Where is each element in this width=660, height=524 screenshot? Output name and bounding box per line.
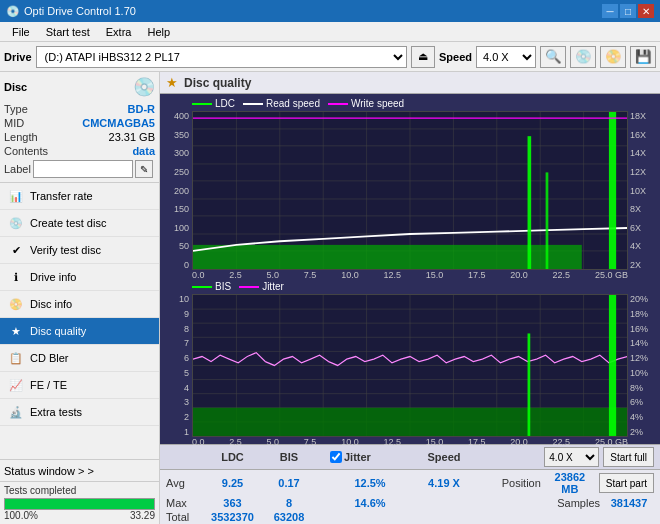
legend-bis-label: BIS [215,281,231,292]
max-jitter: 14.6% [330,497,410,509]
create-test-disc-icon: 💿 [8,215,24,231]
stats-panel: LDC BIS Jitter Speed 4.0 X Start full Av… [160,444,660,524]
avg-label: Avg [166,477,201,489]
minimize-button[interactable]: ─ [602,4,618,18]
chart1-svg [193,112,627,269]
maximize-button[interactable]: □ [620,4,636,18]
avg-jitter: 12.5% [330,477,410,489]
progress-right-val: 33.29 [130,510,155,521]
svg-rect-41 [609,295,616,436]
app-title: Opti Drive Control 1.70 [24,5,136,17]
disc-section-title: Disc [4,81,27,93]
speed-select-stats[interactable]: 4.0 X [544,447,599,467]
nav-create-test-disc[interactable]: 💿 Create test disc [0,210,159,237]
contents-label: Contents [4,145,48,157]
scan-button[interactable]: 🔍 [540,46,566,68]
disc-button[interactable]: 💿 [570,46,596,68]
speed-header: Speed [414,451,474,463]
legend-read-speed: Read speed [243,98,320,109]
nav-label-disc-info: Disc info [30,298,72,310]
bis-header: BIS [264,451,314,463]
svg-rect-17 [193,245,582,269]
drive-select[interactable]: (D:) ATAPI iHBS312 2 PL17 [36,46,407,68]
menu-extra[interactable]: Extra [98,24,140,40]
legend-write-speed: Write speed [328,98,404,109]
svg-rect-39 [193,408,627,436]
speed-select[interactable]: 4.0 X [476,46,536,68]
legend-ldc-label: LDC [215,98,235,109]
nav-label-drive-info: Drive info [30,271,76,283]
nav-label-create-test-disc: Create test disc [30,217,106,229]
jitter-checkbox[interactable] [330,451,342,463]
contents-value: data [132,145,155,157]
legend-ldc: LDC [192,98,235,109]
verify-test-disc-icon: ✔ [8,242,24,258]
fe-te-icon: 📈 [8,377,24,393]
svg-rect-20 [609,112,616,269]
read-speed-color [243,103,263,105]
nav-label-disc-quality: Disc quality [30,325,86,337]
save-button[interactable]: 💾 [630,46,656,68]
nav-extra-tests[interactable]: 🔬 Extra tests [0,399,159,426]
menu-file[interactable]: File [4,24,38,40]
legend-jitter-label: Jitter [262,281,284,292]
nav-disc-quality[interactable]: ★ Disc quality [0,318,159,345]
nav-label-verify-test-disc: Verify test disc [30,244,101,256]
close-button[interactable]: ✕ [638,4,654,18]
progress-area: Tests completed 100.0% 33.29 [0,481,159,524]
position-value: 23862 MB [545,471,595,495]
nav-items: 📊 Transfer rate 💿 Create test disc ✔ Ver… [0,183,159,459]
total-ldc: 3532370 [205,511,260,523]
menu-start-test[interactable]: Start test [38,24,98,40]
chart1-y-right: 18X 16X 14X 12X 10X 8X 6X 4X 2X [628,111,656,270]
start-full-button[interactable]: Start full [603,447,654,467]
content-header: ★ Disc quality [160,72,660,94]
label-button[interactable]: ✎ [135,160,153,178]
position-label: Position [502,477,541,489]
start-part-button[interactable]: Start part [599,473,654,493]
svg-rect-18 [528,136,532,269]
label-label: Label [4,163,31,175]
chart2-wrapper: BIS Jitter 10 9 8 7 6 5 [160,277,660,444]
type-value: BD-R [128,103,156,115]
progress-percent: 100.0% [4,510,38,521]
bis-color [192,286,212,288]
menu-help[interactable]: Help [139,24,178,40]
nav-fe-te[interactable]: 📈 FE / TE [0,372,159,399]
nav-drive-info[interactable]: ℹ Drive info [0,264,159,291]
extra-tests-icon: 🔬 [8,404,24,420]
title-bar-title: 💿 Opti Drive Control 1.70 [6,5,136,18]
nav-transfer-rate[interactable]: 📊 Transfer rate [0,183,159,210]
label-input[interactable] [33,160,133,178]
ldc-header: LDC [205,451,260,463]
nav-verify-test-disc[interactable]: ✔ Verify test disc [0,237,159,264]
progress-bar-outer [4,498,155,510]
content-area: ★ Disc quality LDC Read speed [160,72,660,524]
nav-cd-bler[interactable]: 📋 CD Bler [0,345,159,372]
svg-rect-40 [528,333,531,436]
chart2-y-right: 20% 18% 16% 14% 12% 10% 8% 6% 4% 2% [628,294,656,437]
progress-bar-inner [5,499,154,509]
legend-read-speed-label: Read speed [266,98,320,109]
status-window-label: Status window > > [4,465,94,477]
samples-value: 381437 [604,497,654,509]
disc2-button[interactable]: 📀 [600,46,626,68]
total-label: Total [166,511,201,523]
disc-panel: Disc 💿 Type BD-R MID CMCMAGBA5 Length 23… [0,72,159,183]
sidebar: Disc 💿 Type BD-R MID CMCMAGBA5 Length 23… [0,72,160,524]
drive-label: Drive [4,51,32,63]
svg-rect-19 [546,172,549,269]
title-bar: 💿 Opti Drive Control 1.70 ─ □ ✕ [0,0,660,22]
length-label: Length [4,131,38,143]
status-window[interactable]: Status window > > [0,459,159,481]
chart2-legend: BIS Jitter [164,281,656,292]
chart1-body: 400 350 300 250 200 150 100 50 0 [164,111,656,270]
chart1-canvas [192,111,628,270]
drive-row: Drive (D:) ATAPI iHBS312 2 PL17 ⏏ Speed … [0,42,660,72]
chart1-y-left: 400 350 300 250 200 150 100 50 0 [164,111,192,270]
nav-disc-info[interactable]: 📀 Disc info [0,291,159,318]
chart2-x-axis: 0.0 2.5 5.0 7.5 10.0 12.5 15.0 17.5 20.0… [164,437,656,447]
title-bar-controls: ─ □ ✕ [602,4,654,18]
eject-button[interactable]: ⏏ [411,46,435,68]
avg-bis: 0.17 [264,477,314,489]
